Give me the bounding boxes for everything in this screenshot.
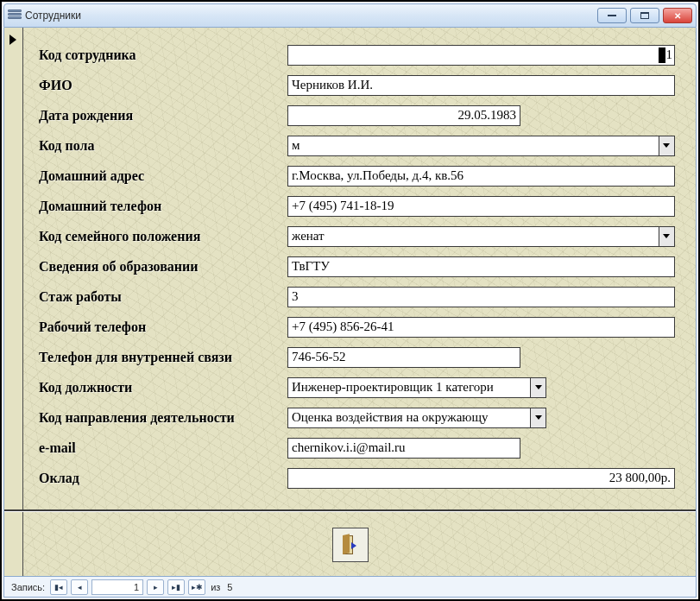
label-work-phone: Рабочий телефон — [39, 319, 287, 335]
label-marital-code: Код семейного положения — [39, 229, 287, 244]
home-address-field[interactable] — [287, 166, 675, 187]
maximize-button[interactable] — [630, 8, 659, 23]
nav-last-button[interactable]: ▸▮ — [167, 579, 185, 595]
position-code-field[interactable] — [287, 377, 530, 398]
label-home-address: Домашний адрес — [39, 168, 287, 184]
gender-code-dropdown[interactable] — [659, 136, 675, 156]
nav-next-button[interactable]: ▸ — [147, 579, 164, 595]
titlebar: Сотрудники ✕ — [3, 3, 697, 28]
separator-line — [4, 509, 696, 511]
label-position-code: Код должности — [39, 380, 287, 395]
marital-code-dropdown[interactable] — [659, 226, 675, 247]
label-internal-phone: Телефон для внутренней связи — [39, 350, 287, 365]
position-code-dropdown[interactable] — [530, 377, 546, 398]
label-salary: Оклад — [39, 471, 287, 486]
record-selector[interactable] — [4, 28, 23, 576]
minimize-button[interactable] — [597, 8, 627, 23]
close-form-button[interactable] — [332, 528, 369, 562]
birth-date-field[interactable] — [287, 105, 520, 126]
nav-first-button[interactable]: ▮◂ — [50, 579, 67, 595]
label-education: Сведения об образовании — [39, 259, 287, 275]
chevron-down-icon — [535, 415, 542, 420]
nav-of-label: из — [209, 582, 222, 592]
nav-current-record[interactable]: 1 — [91, 579, 143, 595]
label-experience: Стаж работы — [39, 289, 287, 305]
nav-new-button[interactable]: ▸✱ — [188, 579, 205, 595]
fio-field[interactable] — [287, 75, 675, 96]
label-home-phone: Домашний телефон — [39, 199, 287, 214]
salary-field[interactable] — [287, 468, 675, 489]
close-button[interactable]: ✕ — [663, 8, 692, 23]
employee-code-field[interactable]: 1 — [287, 45, 675, 66]
label-birth-date: Дата рождения — [39, 108, 287, 123]
education-field[interactable] — [287, 256, 675, 277]
chevron-down-icon — [663, 234, 670, 238]
close-icon: ✕ — [674, 11, 681, 21]
nav-prev-button[interactable]: ◂ — [71, 579, 88, 595]
gender-code-field[interactable] — [287, 136, 659, 156]
nav-label: Запись: — [9, 582, 47, 592]
label-fio: ФИО — [39, 78, 287, 93]
label-direction-code: Код направления деятельности — [39, 410, 287, 426]
home-phone-field[interactable] — [287, 196, 675, 217]
form-icon — [8, 9, 22, 22]
minimize-icon — [608, 15, 616, 16]
direction-code-field[interactable] — [287, 408, 530, 428]
label-gender-code: Код пола — [39, 138, 287, 154]
maximize-icon — [640, 12, 649, 19]
record-nav-bar: Запись: ▮◂ ◂ 1 ▸ ▸▮ ▸✱ из 5 — [4, 576, 696, 597]
nav-total-records: 5 — [225, 582, 234, 592]
chevron-down-icon — [663, 143, 670, 148]
chevron-down-icon — [535, 385, 542, 389]
label-employee-code: Код сотрудника — [39, 47, 287, 63]
form-area: Код сотрудника 1 ФИО Дата рожд — [4, 28, 696, 576]
exit-door-icon — [343, 535, 358, 554]
label-email: e-mail — [39, 440, 287, 456]
marital-code-field[interactable] — [287, 226, 659, 247]
current-record-icon — [9, 35, 16, 45]
experience-field[interactable] — [287, 287, 675, 307]
work-phone-field[interactable] — [287, 317, 675, 338]
internal-phone-field[interactable] — [287, 347, 520, 368]
direction-code-dropdown[interactable] — [530, 408, 546, 428]
email-field[interactable] — [287, 438, 520, 459]
window-title: Сотрудники — [25, 9, 81, 22]
